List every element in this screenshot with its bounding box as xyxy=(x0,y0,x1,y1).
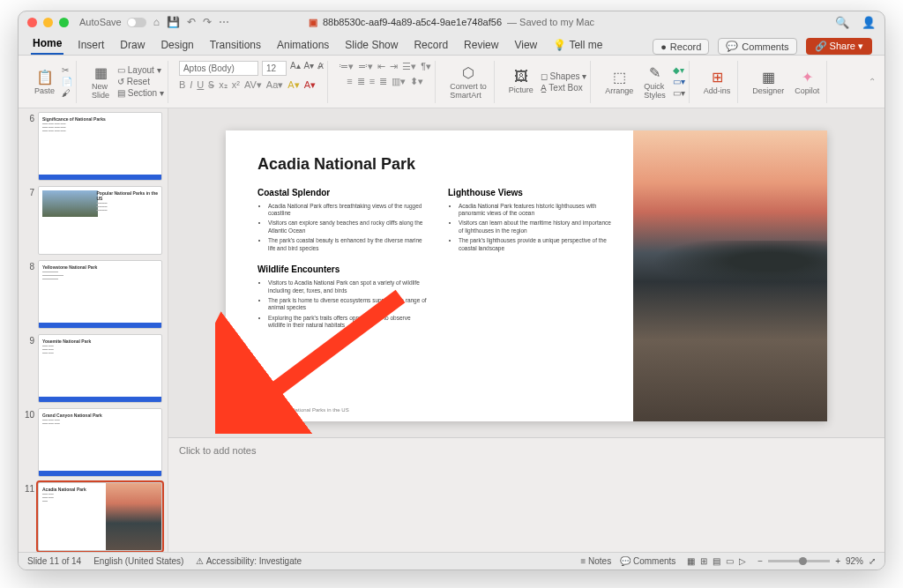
redo-icon[interactable]: ↷ xyxy=(203,16,212,28)
paste-button[interactable]: 📋Paste xyxy=(31,67,58,97)
textbox-button[interactable]: A̲ Text Box xyxy=(541,83,586,93)
heading-lighthouse[interactable]: Lighthouse Views xyxy=(448,188,617,197)
more-icon[interactable]: ⋯ xyxy=(219,16,229,28)
zoom-out-icon[interactable]: − xyxy=(757,556,763,566)
bullets-button[interactable]: ≔▾ xyxy=(339,61,354,72)
designer-button[interactable]: ▦Designer xyxy=(749,67,787,97)
close-icon[interactable] xyxy=(27,18,37,27)
arrange-button[interactable]: ⬚Arrange xyxy=(601,67,637,97)
indent-dec-button[interactable]: ⇤ xyxy=(377,61,385,72)
font-select[interactable]: Aptos (Body) xyxy=(179,61,258,76)
notes-button[interactable]: ≡ Notes xyxy=(580,556,611,566)
tell-me[interactable]: 💡 Tell me xyxy=(551,35,604,55)
align-center-button[interactable]: ≣ xyxy=(357,76,365,87)
font-size[interactable]: 12 xyxy=(262,61,287,76)
slide[interactable]: Acadia National Park Coastal Splendor Ac… xyxy=(226,130,827,421)
line-spacing-button[interactable]: ☰▾ xyxy=(402,61,416,72)
zoom-in-icon[interactable]: + xyxy=(835,556,840,566)
thumb-9[interactable]: Yosemite National Park▬▬ ▬▬▬▬ ▬▬▬▬ ▬▬ xyxy=(38,334,162,403)
font-color-button[interactable]: A▾ xyxy=(304,79,316,91)
tab-transitions[interactable]: Transitions xyxy=(208,35,263,55)
justify-button[interactable]: ≣ xyxy=(379,76,387,87)
list-coastal[interactable]: Acadia National Park offers breathtaking… xyxy=(257,203,427,253)
account-icon[interactable]: 👤 xyxy=(862,16,876,29)
tab-review[interactable]: Review xyxy=(462,35,500,55)
comments-status-button[interactable]: 💬 Comments xyxy=(620,556,675,566)
layout-button[interactable]: ▭ Layout ▾ xyxy=(117,65,164,75)
grow-font-icon[interactable]: A▴ xyxy=(290,61,301,76)
comments-button[interactable]: 💬 Comments xyxy=(718,38,796,55)
addins-button[interactable]: ⊞Add-ins xyxy=(700,67,735,97)
collapse-ribbon-icon[interactable]: ⌃ xyxy=(869,77,876,86)
columns-button[interactable]: ▥▾ xyxy=(392,76,406,87)
thumb-6[interactable]: Significance of National Parks▬▬ ▬▬ ▬▬ ▬… xyxy=(38,112,162,181)
home-icon[interactable]: ⌂ xyxy=(153,16,160,28)
shapes-button[interactable]: ◻ Shapes ▾ xyxy=(541,71,586,81)
save-icon[interactable]: 💾 xyxy=(167,16,180,28)
language[interactable]: English (United States) xyxy=(93,556,183,566)
section-button[interactable]: ▤ Section ▾ xyxy=(117,88,164,98)
undo-icon[interactable]: ↶ xyxy=(187,16,196,28)
list-wildlife[interactable]: Visitors to Acadia National Park can spo… xyxy=(257,279,427,330)
italic-button[interactable]: I xyxy=(190,79,192,91)
tab-home[interactable]: Home xyxy=(31,33,63,55)
view-buttons[interactable]: ▦⊞▤▭▷ xyxy=(684,556,749,566)
copilot-button[interactable]: ✦Copilot xyxy=(791,67,823,97)
smartart-button[interactable]: ⬡Convert to SmartArt xyxy=(446,63,490,101)
heading-coastal[interactable]: Coastal Splendor xyxy=(257,188,427,197)
accessibility[interactable]: ⚠ Accessibility: Investigate xyxy=(196,556,302,566)
thumbnail-panel[interactable]: 6Significance of National Parks▬▬ ▬▬ ▬▬ … xyxy=(19,108,168,552)
tab-animations[interactable]: Animations xyxy=(275,35,331,55)
align-left-button[interactable]: ≡ xyxy=(347,76,352,87)
underline-button[interactable]: U xyxy=(197,79,204,91)
notes-pane[interactable]: Click to add notes xyxy=(168,437,884,552)
share-button[interactable]: 🔗 Share ▾ xyxy=(806,38,872,55)
zoom-control[interactable]: − + 92% ⤢ xyxy=(757,556,876,566)
thumb-7[interactable]: Popular National Parks in the US▬▬▬▬▬▬▬▬… xyxy=(38,186,162,255)
zoom-icon[interactable] xyxy=(59,18,69,27)
tab-slideshow[interactable]: Slide Show xyxy=(343,35,399,55)
tab-design[interactable]: Design xyxy=(159,35,195,55)
list-lighthouse[interactable]: Acadia National Park features historic l… xyxy=(448,203,617,253)
tab-view[interactable]: View xyxy=(512,35,539,55)
search-icon[interactable]: 🔍 xyxy=(835,16,849,29)
text-dir-button[interactable]: ¶▾ xyxy=(421,61,431,72)
align-text-button[interactable]: ⬍▾ xyxy=(410,76,423,87)
strike-button[interactable]: S̶ xyxy=(208,79,214,91)
slide-counter[interactable]: Slide 11 of 14 xyxy=(27,556,81,566)
numbering-button[interactable]: ≕▾ xyxy=(358,61,373,72)
shape-format[interactable]: ◆▾▭▾▭▾ xyxy=(673,65,685,98)
text-fill-button[interactable]: A▾ xyxy=(287,79,299,91)
zoom-slider[interactable] xyxy=(768,560,830,562)
minimize-icon[interactable] xyxy=(43,18,53,27)
shrink-font-icon[interactable]: A▾ xyxy=(304,61,315,76)
slide-title[interactable]: Acadia National Park xyxy=(257,155,617,174)
reset-button[interactable]: ↺ Reset xyxy=(117,77,164,86)
fit-icon[interactable]: ⤢ xyxy=(869,556,876,566)
new-slide-button[interactable]: ▦New Slide xyxy=(87,63,114,101)
quick-styles-button[interactable]: ✎Quick Styles xyxy=(640,63,669,101)
thumb-11[interactable]: Acadia National Park▬▬ ▬▬▬▬ ▬▬▬▬ xyxy=(38,482,162,551)
heading-wildlife[interactable]: Wildlife Encounters xyxy=(257,264,427,274)
sup-button[interactable]: x² xyxy=(232,79,240,91)
tab-draw[interactable]: Draw xyxy=(118,35,146,55)
slide-image[interactable] xyxy=(633,130,827,421)
highlight-button[interactable]: AV▾ xyxy=(244,79,262,91)
align-right-button[interactable]: ≡ xyxy=(369,76,375,87)
thumb-10[interactable]: Grand Canyon National Park▬▬ ▬▬ ▬▬▬▬ ▬▬ … xyxy=(38,408,162,477)
case-button[interactable]: Aa▾ xyxy=(266,79,283,91)
indent-inc-button[interactable]: ⇥ xyxy=(390,61,398,72)
tab-record[interactable]: Record xyxy=(412,35,450,55)
clear-format-icon[interactable]: A̷ xyxy=(317,61,324,76)
picture-button[interactable]: 🖼Picture xyxy=(505,67,537,96)
toggle-icon[interactable] xyxy=(127,18,146,27)
tab-insert[interactable]: Insert xyxy=(76,35,106,55)
zoom-percent[interactable]: 92% xyxy=(846,556,863,566)
canvas[interactable]: Acadia National Park Coastal Splendor Ac… xyxy=(168,108,884,437)
bold-button[interactable]: B xyxy=(179,79,185,91)
autosave-toggle[interactable]: AutoSave xyxy=(79,17,146,27)
clipboard-more[interactable]: ✂📄🖌 xyxy=(62,65,72,98)
thumb-8[interactable]: Yellowstone National Park▬▬▬▬▬▬▬▬▬▬▬▬▬▬▬… xyxy=(38,260,162,329)
sub-button[interactable]: x₂ xyxy=(219,79,228,91)
record-button[interactable]: ● Record xyxy=(653,39,709,55)
